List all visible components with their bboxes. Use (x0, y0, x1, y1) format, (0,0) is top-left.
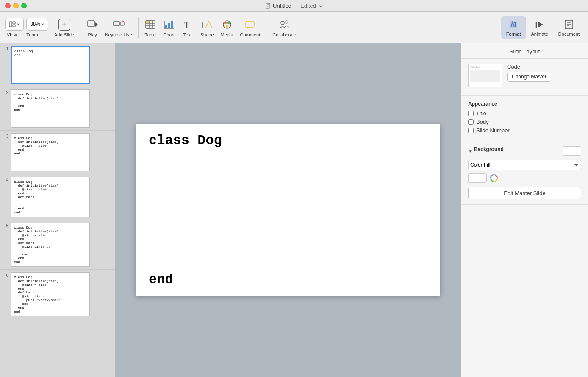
body-checkbox-row: Body (468, 119, 581, 125)
slide-preview: class Dog def initialize(size) @size = s… (11, 223, 90, 267)
body-check-label: Body (476, 119, 489, 125)
svg-point-29 (226, 25, 228, 28)
add-slide-label: Add Slide (54, 32, 74, 37)
keynote-live-label: Keynote Live (105, 32, 132, 37)
slide-canvas[interactable]: class Dog end (136, 124, 440, 296)
slide-thumb-6[interactable]: 6 class Dog def initialize(size) @size =… (0, 270, 115, 319)
document-panel-icon (564, 20, 574, 30)
comment-icon (244, 19, 256, 31)
chart-button[interactable]: Chart (161, 16, 178, 39)
table-button[interactable]: Table (142, 16, 159, 39)
divider (138, 17, 139, 38)
slide-number: 1 (3, 47, 8, 51)
layout-section: Title Text Code Change Master (461, 59, 588, 96)
keynote-live-button[interactable]: Keynote Live (103, 16, 135, 39)
add-slide-button[interactable]: + Add Slide (52, 16, 77, 39)
animate-button[interactable]: Animate (526, 16, 553, 39)
svg-point-32 (281, 21, 284, 25)
background-title: Background (474, 146, 504, 152)
close-button[interactable] (5, 3, 11, 8)
comment-button[interactable]: Comment (238, 16, 263, 39)
slide-thumb-2[interactable]: 2 class Dog def initialize(size) end end (0, 87, 115, 131)
svg-rect-19 (168, 23, 170, 28)
title-bar: Untitled — Edited (0, 0, 588, 12)
svg-marker-8 (95, 22, 98, 27)
media-button[interactable]: Media (218, 16, 236, 39)
title-checkbox[interactable] (468, 111, 474, 116)
text-label: Text (183, 32, 192, 37)
right-toolbar: Format Animate Document (501, 16, 585, 39)
svg-rect-6 (13, 25, 15, 27)
divider (80, 17, 80, 38)
document-button[interactable]: Document (553, 16, 585, 39)
view-icon (9, 21, 16, 28)
slide-number-checkbox[interactable] (468, 128, 474, 133)
traffic-lights (5, 3, 27, 8)
slide-number: 3 (3, 134, 8, 139)
table-icon (144, 19, 156, 31)
slide-preview: class Dog def initialize(size) end end (11, 89, 90, 128)
slide-thumb-4[interactable]: 4 class Dog def initialize(size) @size =… (0, 174, 115, 220)
media-label: Media (221, 32, 233, 37)
play-button[interactable]: Play (84, 16, 101, 39)
view-button[interactable] (5, 18, 24, 31)
format-icon (508, 20, 519, 30)
svg-rect-40 (565, 20, 573, 29)
document-icon (265, 3, 271, 9)
slide-thumb-5[interactable]: 5 class Dog def initialize(size) @size =… (0, 220, 115, 270)
svg-rect-5 (13, 22, 15, 24)
collaborate-button[interactable]: Collaborate (270, 16, 299, 39)
shape-icon (201, 19, 213, 31)
svg-point-33 (286, 21, 288, 23)
svg-text:T: T (184, 20, 190, 30)
body-checkbox[interactable] (468, 119, 474, 125)
slide-number: 5 (3, 223, 8, 228)
chart-icon (163, 19, 175, 31)
svg-point-45 (492, 176, 496, 180)
color-wheel-icon[interactable] (489, 173, 499, 183)
text-icon: T (182, 19, 194, 31)
shape-button[interactable]: Shape (198, 16, 216, 39)
svg-marker-31 (247, 27, 250, 29)
chevron-down-icon (17, 23, 20, 25)
color-rect[interactable] (468, 173, 487, 183)
panel-header: Slide Layout (461, 43, 588, 59)
animate-label: Animate (531, 31, 548, 36)
slide-bottom-text: end (149, 272, 427, 288)
minimize-button[interactable] (13, 3, 19, 8)
layout-thumbnail: Title Text (468, 64, 502, 87)
svg-marker-38 (538, 22, 543, 28)
view-label: View (7, 32, 17, 37)
maximize-button[interactable] (21, 3, 27, 8)
change-master-button[interactable]: Change Master (507, 72, 551, 82)
slide-thumb-3[interactable]: 3 class Dog def initialize(size) @size =… (0, 131, 115, 174)
svg-rect-18 (165, 25, 167, 28)
slide-preview: class Dog def initialize(size) @size = s… (11, 133, 90, 171)
edit-master-slide-button[interactable]: Edit Master Slide (468, 187, 581, 199)
svg-rect-17 (146, 21, 149, 23)
format-button[interactable]: Format (501, 16, 526, 39)
color-fill-select[interactable]: Color Fill Gradient Fill Image Fill None (468, 160, 581, 170)
keynote-live-icon (112, 19, 125, 31)
collaborate-label: Collaborate (272, 32, 296, 37)
play-label: Play (88, 32, 97, 37)
text-button[interactable]: T Text (179, 16, 196, 39)
appearance-section: Appearance Title Body Slide Number (461, 96, 588, 141)
slide-number-checkbox-row: Slide Number (468, 127, 581, 134)
document-label: Document (558, 31, 580, 36)
format-label: Format (506, 31, 521, 36)
chevron-down-icon[interactable] (319, 5, 323, 7)
background-section: ▼ Background Color Fill Gradient Fill Im… (461, 141, 588, 205)
table-label: Table (145, 32, 156, 37)
chevron-down-icon (41, 23, 44, 25)
background-color-swatch[interactable] (563, 146, 581, 156)
slide-thumb-1[interactable]: 1 class Dog end (0, 43, 115, 87)
svg-point-11 (122, 20, 124, 22)
comment-label: Comment (240, 32, 261, 37)
title-checkbox-row: Title (468, 110, 581, 117)
slide-preview: class Dog end (11, 46, 90, 84)
zoom-button[interactable]: 38% (26, 18, 48, 31)
svg-rect-4 (9, 22, 12, 27)
toolbar: 38% View Zoom + Add Slide Play (0, 12, 588, 43)
svg-point-27 (224, 22, 227, 24)
